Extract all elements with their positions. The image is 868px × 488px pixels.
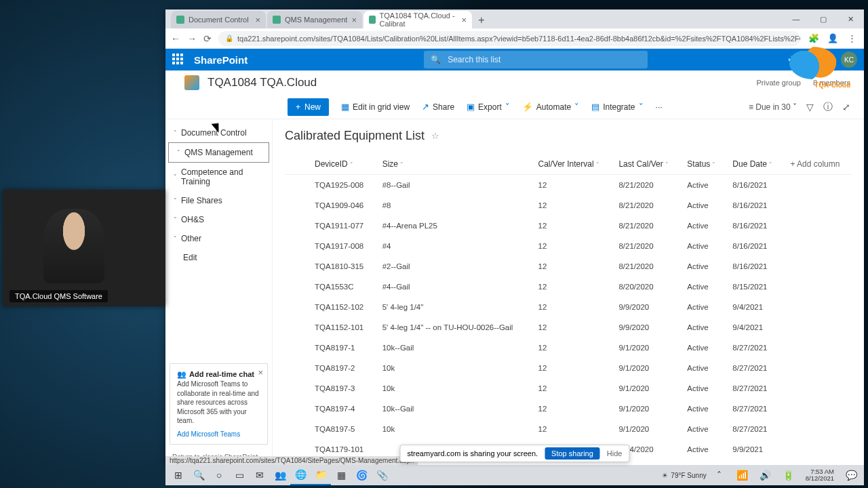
cell-deviceid[interactable]: TQA1152-101: [308, 317, 376, 338]
add-teams-link[interactable]: Add Microsoft Teams: [177, 430, 260, 439]
hide-bar-button[interactable]: Hide: [607, 449, 623, 458]
table-row[interactable]: TQA1152-102 5' 4-leg 1/4" 12 9/9/2020 Ac…: [285, 297, 852, 317]
cell-deviceid[interactable]: TQA1911-077: [308, 216, 376, 236]
stop-sharing-button[interactable]: Stop sharing: [545, 447, 600, 460]
network-icon[interactable]: 📶: [732, 465, 753, 485]
volume-icon[interactable]: 🔊: [755, 465, 776, 485]
cortana-icon[interactable]: ○: [209, 465, 229, 485]
select-all-column[interactable]: [285, 154, 308, 175]
cell-deviceid[interactable]: TQA1917-008: [308, 236, 376, 256]
edit-grid-button[interactable]: ▦Edit in grid view: [341, 102, 410, 112]
column-interval[interactable]: Cal/Ver Interval˅: [532, 154, 612, 175]
profile-icon[interactable]: 👤: [826, 32, 840, 45]
clock[interactable]: 7:53 AM8/12/2021: [802, 468, 838, 483]
sidebar-item-other[interactable]: ˅Other: [165, 229, 272, 248]
export-button[interactable]: ▣Export ˅: [467, 102, 510, 112]
close-icon[interactable]: ×: [461, 15, 467, 25]
filter-icon[interactable]: ▽: [806, 102, 814, 113]
new-tab-button[interactable]: +: [473, 12, 490, 28]
battery-icon[interactable]: 🔋: [778, 465, 799, 485]
minimize-icon[interactable]: —: [783, 9, 810, 28]
cell-deviceid[interactable]: TQA8197-3: [308, 378, 376, 399]
more-button[interactable]: ···: [656, 102, 663, 112]
sidebar-item-competence[interactable]: ˅Competence and Training: [165, 163, 272, 191]
edit-nav-link[interactable]: Edit: [165, 248, 272, 267]
cell-deviceid[interactable]: TQA1810-315: [308, 256, 376, 277]
table-row[interactable]: TQA8197-5 10k 12 9/1/2020 Active 8/27/20…: [285, 419, 852, 439]
start-icon[interactable]: ⊞: [168, 465, 189, 485]
explorer-icon[interactable]: 📁: [311, 465, 331, 485]
automate-button[interactable]: ⚡Automate ˅: [522, 102, 579, 112]
outlook-icon[interactable]: ✉: [250, 465, 270, 485]
sidebar-item-ohs[interactable]: ˅OH&S: [165, 210, 272, 229]
settings-icon[interactable]: ⚙: [806, 54, 816, 66]
browser-tab[interactable]: QMS Management×: [267, 11, 362, 28]
table-row[interactable]: TQA8197-3 10k 12 9/1/2020 Active 8/27/20…: [285, 378, 852, 399]
teams-icon[interactable]: 👥: [270, 465, 290, 485]
integrate-button[interactable]: ▤Integrate ˅: [591, 102, 643, 112]
back-icon[interactable]: ←: [171, 33, 180, 44]
cell-deviceid[interactable]: TQA8197-1: [308, 338, 376, 358]
members-count[interactable]: 8 members: [813, 79, 850, 87]
table-row[interactable]: TQA1911-077 #4--Arena PL25 12 8/21/2020 …: [285, 216, 852, 236]
browser-tab-active[interactable]: TQA1084 TQA.Cloud - Calibrat×: [363, 11, 472, 28]
close-icon[interactable]: ×: [351, 15, 357, 25]
sidebar-item-file-shares[interactable]: ˅File Shares: [165, 191, 272, 210]
forward-icon[interactable]: →: [187, 33, 197, 44]
search-input[interactable]: 🔍Search this list: [424, 51, 648, 68]
table-row[interactable]: TQA8197-4 10k--Gail 12 9/1/2020 Active 8…: [285, 399, 852, 419]
view-selector[interactable]: ≡ Due in 30 ˅: [749, 102, 797, 112]
column-lastcal[interactable]: Last Cal/Ver˅: [612, 154, 680, 175]
column-duedate[interactable]: Due Date˅: [726, 154, 783, 175]
help-icon[interactable]: ?: [825, 54, 831, 66]
cell-deviceid[interactable]: TQA8197-5: [308, 419, 376, 439]
site-name[interactable]: TQA1084 TQA.Cloud: [208, 76, 317, 89]
excel-icon[interactable]: ▦: [331, 465, 351, 485]
sidebar-item-qms-management[interactable]: ˅QMS Management: [168, 142, 269, 163]
table-row[interactable]: TQA1925-008 #8--Gail 12 8/21/2020 Active…: [285, 175, 852, 196]
app-launcher-icon[interactable]: [172, 54, 184, 66]
close-icon[interactable]: ×: [258, 367, 263, 379]
sidebar-item-document-control[interactable]: ˅Document Control: [165, 123, 272, 142]
browser-tab[interactable]: Document Control×: [171, 11, 266, 28]
add-column-button[interactable]: + Add column: [783, 154, 852, 175]
site-logo[interactable]: [184, 75, 199, 90]
cell-deviceid[interactable]: TQA1152-102: [308, 297, 376, 317]
cell-deviceid[interactable]: TQA1553C: [308, 277, 376, 297]
table-row[interactable]: TQA8197-1 10k--Gail 12 9/1/2020 Active 8…: [285, 338, 852, 358]
tray-chevron-icon[interactable]: ˄: [709, 465, 730, 485]
share-button[interactable]: ↗Share: [422, 102, 454, 112]
favorite-icon[interactable]: ☆: [431, 131, 439, 141]
cell-deviceid[interactable]: TQA8197-4: [308, 399, 376, 419]
table-row[interactable]: TQA1553C #4--Gail 12 8/20/2020 Active 8/…: [285, 277, 852, 297]
table-row[interactable]: TQA1909-046 #8 12 8/21/2020 Active 8/16/…: [285, 195, 852, 216]
chrome-icon[interactable]: 🌐: [290, 465, 311, 485]
expand-icon[interactable]: ⤢: [842, 102, 850, 113]
weather-widget[interactable]: ☀79°F Sunny: [662, 472, 706, 479]
column-size[interactable]: Size˅: [376, 154, 532, 175]
office-icon[interactable]: 📎: [372, 465, 392, 485]
avatar[interactable]: KC: [841, 52, 857, 68]
cell-deviceid[interactable]: TQA8197-2: [308, 358, 376, 378]
table-row[interactable]: TQA1917-008 #4 12 8/21/2020 Active 8/16/…: [285, 236, 852, 256]
maximize-icon[interactable]: ▢: [810, 9, 837, 28]
reload-icon[interactable]: ⟳: [203, 33, 212, 44]
new-button[interactable]: +New: [288, 98, 329, 116]
notifications-icon[interactable]: 💬: [841, 465, 861, 485]
cell-deviceid[interactable]: TQA1909-046: [308, 195, 376, 216]
info-icon[interactable]: ⓘ: [823, 101, 833, 113]
column-deviceid[interactable]: DeviceID˅: [308, 154, 376, 175]
column-status[interactable]: Status˅: [680, 154, 726, 175]
table-row[interactable]: TQA1152-101 5' 4-leg 1/4" -- on TU-HOU-0…: [285, 317, 852, 338]
edge-icon[interactable]: 🌀: [351, 465, 372, 485]
extension-icon[interactable]: 🧩: [807, 32, 821, 45]
suite-brand[interactable]: SharePoint: [194, 54, 248, 66]
table-row[interactable]: TQA1810-315 #2--Gail 12 8/21/2020 Active…: [285, 256, 852, 277]
share-icon[interactable]: ✈: [788, 54, 797, 66]
close-icon[interactable]: ×: [255, 15, 260, 25]
taskview-icon[interactable]: ▭: [229, 465, 250, 485]
menu-icon[interactable]: ⋮: [845, 32, 859, 45]
table-row[interactable]: TQA8197-2 10k 12 9/1/2020 Active 8/27/20…: [285, 358, 852, 378]
url-field[interactable]: 🔒tqa221.sharepoint.com/sites/TQA1084/Lis…: [218, 31, 800, 46]
close-icon[interactable]: ✕: [837, 9, 864, 28]
